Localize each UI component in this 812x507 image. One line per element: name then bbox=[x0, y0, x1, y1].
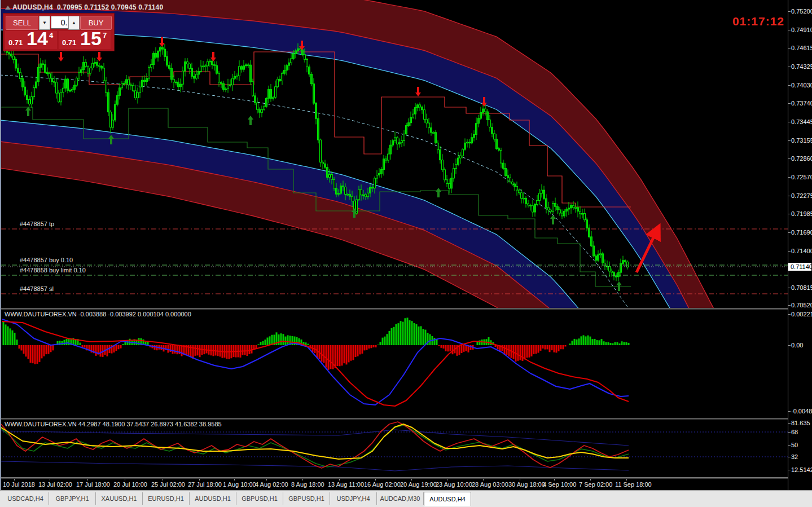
oscillator-red-line bbox=[1, 422, 629, 468]
axis-tick bbox=[788, 103, 791, 104]
time-axis-tick bbox=[234, 479, 235, 480]
time-axis-label: 20 Jul 10:00 bbox=[113, 481, 147, 488]
time-axis-label: 11 Sep 18:00 bbox=[615, 481, 652, 488]
oscillator-upper-envelope bbox=[1, 430, 629, 446]
ask-price[interactable]: 0.71 15 7 bbox=[59, 31, 111, 49]
price-axis-label: 0.72275 bbox=[791, 192, 812, 199]
price-axis-label: 0.71690 bbox=[791, 229, 812, 236]
bid-price-big: 14 bbox=[27, 28, 48, 50]
macd-indicator-panel[interactable] bbox=[0, 310, 788, 418]
oscillator-indicator-panel[interactable] bbox=[0, 420, 788, 477]
time-axis-tick bbox=[339, 479, 340, 480]
macd-blue-line bbox=[2, 319, 629, 405]
price-axis-label: 0.73155 bbox=[791, 137, 812, 144]
ask-price-big: 15 bbox=[80, 28, 102, 50]
chart-tab-eurusd-h1[interactable]: EURUSD,H1 bbox=[143, 492, 190, 505]
oscillator-axis-label: 32 bbox=[791, 453, 798, 460]
time-axis-label: 30 Aug 18:00 bbox=[508, 481, 545, 488]
price-axis-label: 0.70815 bbox=[791, 284, 812, 291]
time-axis-tick bbox=[302, 479, 303, 480]
axis-tick bbox=[788, 411, 791, 412]
price-axis-label: 0.73740 bbox=[791, 100, 812, 107]
chart-tab-audusd-h4[interactable]: AUDUSD,H4 bbox=[424, 492, 471, 506]
time-axis-tick bbox=[50, 479, 50, 480]
price-axis-label: 0.71985 bbox=[791, 210, 812, 217]
axis-tick bbox=[788, 445, 791, 446]
chart-tab-audcad-m30[interactable]: AUDCAD,M30 bbox=[377, 492, 424, 505]
chart-tab-usdcad-h4[interactable]: USDCAD,H4 bbox=[2, 492, 49, 505]
time-axis-label: 1 Aug 10:00 bbox=[223, 481, 256, 488]
axis-separator bbox=[788, 0, 788, 490]
macd-axis-label: -0.00481 bbox=[791, 408, 812, 415]
price-axis-label: 0.72570 bbox=[791, 174, 812, 180]
time-axis-label: 17 Jul 18:00 bbox=[76, 481, 110, 488]
chart-tab-audusd-h1[interactable]: AUDUSD,H1 bbox=[190, 492, 236, 505]
ask-price-prefix: 0.71 bbox=[62, 38, 76, 47]
time-axis-label: 23 Aug 10:00 bbox=[436, 481, 472, 488]
collapse-icon[interactable] bbox=[5, 6, 11, 10]
time-axis[interactable]: 10 Jul 201813 Jul 02:0017 Jul 18:0020 Ju… bbox=[0, 479, 788, 490]
one-click-trading-panel: SELL ▼ 0.10 ▲ BUY 0.71 14 4 0.71 15 7 bbox=[3, 13, 115, 51]
axis-tick bbox=[788, 122, 791, 122]
candle-timer: 01:17:12 bbox=[694, 15, 784, 28]
axis-tick bbox=[788, 214, 791, 214]
oscillator-axis-label: 68 bbox=[791, 429, 798, 435]
chart-tab-usdjpy-h4[interactable]: USDJPY,H4 bbox=[330, 492, 377, 505]
time-axis-label: 27 Jul 18:00 bbox=[188, 481, 222, 488]
chart-tab-gbpusd-h1[interactable]: GBPUSD,H1 bbox=[236, 492, 283, 505]
price-axis-label: 0.71400 bbox=[791, 248, 812, 254]
axis-tick bbox=[788, 67, 791, 67]
time-axis-tick bbox=[266, 479, 267, 480]
macd-histogram bbox=[3, 318, 630, 370]
oscillator-yellow-line bbox=[1, 424, 629, 459]
price-axis-label: 0.70520 bbox=[791, 302, 812, 308]
chart-symbol: AUDUSD,H4 bbox=[12, 3, 53, 11]
axis-tick bbox=[788, 30, 791, 30]
time-axis-tick bbox=[447, 479, 447, 480]
bid-price-prefix: 0.71 bbox=[8, 38, 23, 47]
macd-axis-label: 0.00 bbox=[791, 342, 803, 349]
axis-tick bbox=[788, 177, 791, 178]
current-price-box: 0.71140 bbox=[788, 263, 811, 271]
time-axis-tick bbox=[163, 479, 163, 480]
oscillator-axis-label: 12.5142 bbox=[791, 466, 812, 473]
oscillator-indicator-label: WWW.DAUTUFOREX.VN 44.2987 48.1900 37.543… bbox=[5, 421, 222, 427]
bid-price[interactable]: 0.71 14 4 bbox=[5, 31, 57, 49]
macd-signal-line bbox=[2, 321, 629, 406]
time-axis-label: 7 Sep 02:00 bbox=[579, 481, 612, 488]
bid-price-pip: 4 bbox=[49, 31, 53, 39]
time-axis-label: 4 Aug 02:00 bbox=[255, 481, 288, 488]
time-axis-label: 16 Aug 02:00 bbox=[364, 481, 401, 488]
axis-tick bbox=[788, 305, 791, 306]
time-axis-tick bbox=[520, 479, 520, 480]
axis-tick bbox=[788, 11, 791, 12]
time-axis-tick bbox=[87, 479, 88, 480]
chart-ohlc: 0.70995 0.71152 0.70945 0.71140 bbox=[57, 3, 163, 11]
axis-tick bbox=[788, 288, 791, 288]
time-axis-label: 8 Aug 18:00 bbox=[291, 481, 324, 488]
axis-tick bbox=[788, 251, 791, 252]
chart-tab-xauusd-h1[interactable]: XAUUSD,H1 bbox=[96, 492, 143, 505]
time-axis-tick bbox=[483, 479, 484, 480]
main-chart[interactable]: #4478857 tp#4478857 buy 0.10#4478858 buy… bbox=[0, 0, 788, 308]
time-axis-label: 28 Aug 03:00 bbox=[472, 481, 508, 488]
price-axis-label: 0.74030 bbox=[791, 82, 812, 89]
axis-tick bbox=[788, 470, 791, 470]
axis-tick bbox=[788, 140, 791, 141]
window-border bbox=[0, 0, 1, 490]
axis-tick bbox=[788, 423, 791, 424]
axis-tick bbox=[788, 314, 791, 315]
ask-price-pip: 7 bbox=[103, 31, 107, 39]
time-axis-label: 10 Jul 2018 bbox=[3, 481, 35, 488]
mt4-window: #4478857 tp#4478857 buy 0.10#4478858 buy… bbox=[0, 0, 812, 507]
axis-tick bbox=[788, 345, 791, 346]
chart-tab-gbpusd-h1[interactable]: GBPUSD,H1 bbox=[283, 492, 330, 505]
axis-tick bbox=[788, 432, 791, 433]
chart-tab-gbpjpy-h1[interactable]: GBPJPY,H1 bbox=[49, 492, 96, 505]
macd-axis-label: 0.002214 bbox=[791, 311, 812, 318]
time-axis-label: 13 Jul 02:00 bbox=[38, 481, 72, 488]
lot-increase-button[interactable]: ▲ bbox=[68, 16, 80, 30]
axis-tick bbox=[788, 158, 791, 159]
time-axis-label: 25 Jul 02:00 bbox=[151, 481, 185, 488]
value-axis[interactable]: 0.752000.749100.746150.743250.740300.737… bbox=[788, 0, 812, 490]
